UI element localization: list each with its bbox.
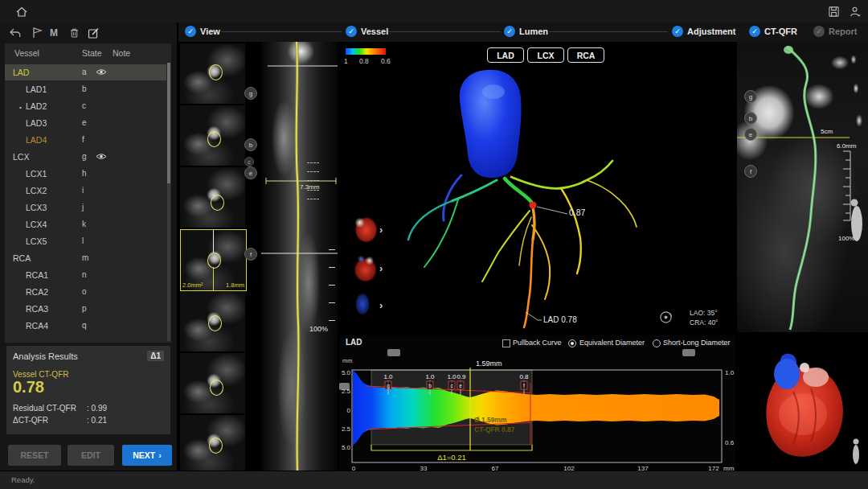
eye-icon[interactable] [96,68,107,76]
view-panel: 2.0mm² 1.8mm g b c e f 7.3mm [178,42,338,471]
vessel-row-lcx5[interactable]: LCX5 l [5,233,166,249]
chevron-right-icon[interactable]: › [379,224,383,236]
branch-marker-b[interactable]: b [244,138,257,151]
user-icon[interactable] [848,4,862,18]
check-icon: ✓ [672,26,683,37]
col-header-state: State [82,48,102,58]
save-icon[interactable] [826,4,841,18]
scale-dash [307,162,319,163]
workflow-tab-bar: ✓ View ✓ Vessel ✓ Lumen ✓ Adjustment ✓ C… [178,23,868,42]
svg-text:1.0: 1.0 [383,373,393,380]
heart-preset-3[interactable] [352,291,373,317]
vessel-row-lcx1[interactable]: LCX1 h [5,166,166,182]
measure-m-icon[interactable]: M [50,27,58,39]
eye-icon[interactable] [96,153,107,160]
lumen-contour [209,438,223,454]
vessel-row-lad2[interactable]: • LAD2 c [5,98,166,114]
tab-vessel[interactable]: ✓ Vessel [346,26,388,37]
tab-connector [549,31,668,32]
vessel-row-rca3[interactable]: RCA3 p [5,301,166,317]
equivalent-diameter-radio[interactable] [568,339,576,347]
branch-marker-f[interactable]: f [244,248,257,261]
tab-ct-qfr[interactable]: ✓ CT-QFR [749,26,797,37]
tab-ct-qfr-label: CT-QFR [764,27,797,36]
rotate-orbit-icon[interactable] [659,310,673,324]
tab-adjustment[interactable]: ✓ Adjustment [672,26,736,37]
vessel-row-lcx3[interactable]: LCX3 j [5,199,166,216]
vessel-3d-viewer[interactable]: 1 0.8 0.6 LAD LCX RCA [339,42,735,334]
edit-button[interactable]: EDIT [68,445,114,466]
reset-button[interactable]: RESET [8,445,61,466]
tab-lumen[interactable]: ✓ Lumen [504,26,548,37]
heart-3d-view[interactable] [737,335,868,471]
stenosis-point[interactable] [530,202,537,209]
vessel-row-rca1[interactable]: RCA1 n [5,267,166,283]
ct-slice-thumbnail-selected[interactable]: 2.0mm² 1.8mm [180,229,247,291]
vessel-row-lad[interactable]: LAD a [5,64,166,80]
svg-text:1.0: 1.0 [725,369,735,376]
lumen-contour [210,380,223,396]
undo-icon[interactable] [8,27,23,39]
cpr-view[interactable]: g b e f 5cm 6.0mm 100% [737,42,868,332]
heart-preset-2[interactable] [352,253,378,281]
pullback-curve-label[interactable]: Pullback Curve [513,339,562,347]
chevron-right-icon[interactable]: › [379,262,383,274]
vessel-row-rca4[interactable]: RCA4 q [5,318,166,334]
branch-marker-g[interactable]: g [244,87,257,100]
tab-view[interactable]: ✓ View [185,26,220,37]
heart-preset-1[interactable] [352,214,378,243]
cra-angle-label: CRA: 40° [690,318,719,327]
zoom-level-label: 100% [309,325,328,333]
top-bar [0,0,868,23]
crosshair-v-bottom [213,267,214,290]
svg-text:g: g [387,383,390,389]
marker-flag-icon[interactable] [31,27,43,39]
branch-marker-e[interactable]: e [244,166,257,179]
ct-slice-thumbnail[interactable] [180,167,245,228]
distal-qfr-annotation: LAD 0.78 [543,315,577,324]
scale-dash [307,180,319,181]
cpr-marker-f[interactable]: f [745,166,757,178]
ct-slice-thumbnail[interactable] [180,291,245,351]
scale-dash [307,199,319,199]
scrollbar-track[interactable] [167,63,170,341]
scrollbar-thumb[interactable] [167,63,170,183]
edit-icon[interactable] [87,27,100,39]
home-icon[interactable] [14,4,29,18]
tab-vessel-label: Vessel [361,27,388,36]
analysis-title: Analysis Results [13,351,78,361]
vessel-row-rca2[interactable]: RCA2 o [5,284,166,300]
scale-dash [307,171,319,172]
check-icon: ✓ [185,26,196,37]
ct-slice-thumbnail[interactable] [180,353,245,413]
lumen-contour [211,195,224,211]
next-button[interactable]: NEXT› [122,445,172,466]
vessel-row-lad3[interactable]: LAD3 e [5,115,166,131]
vessel-row-rca[interactable]: RCA m [5,250,166,266]
vessel-row-lcx2[interactable]: LCX2 i [5,183,166,199]
short-long-diameter-label[interactable]: Short-Long Diameter [663,339,731,347]
svg-text:33: 33 [420,465,428,471]
pullback-curve-checkbox[interactable] [502,339,510,347]
chevron-right-icon: › [158,450,162,460]
vessel-row-lcx[interactable]: LCX g [5,149,166,165]
vessel-row-lcx4[interactable]: LCX4 k [5,216,166,232]
mld-label: 1.59mm [476,360,502,368]
cpr-marker-e[interactable]: e [745,129,757,141]
vessel-row-lad1[interactable]: LAD1 b [5,81,166,97]
cpr-marker-b[interactable]: b [745,113,757,125]
vessel-row-lad4[interactable]: LAD4 f [5,132,166,148]
ct-slice-thumbnail[interactable] [180,415,245,471]
delta-ctqfr-value: : 0.21 [87,416,107,425]
short-long-diameter-radio[interactable] [653,339,661,347]
delete-icon[interactable] [68,27,80,39]
ct-slice-thumbnail[interactable] [180,105,245,166]
ct-slice-thumbnail[interactable] [180,43,245,104]
branch-marker-c[interactable]: c [244,157,254,166]
svg-text:1.0: 1.0 [425,373,435,380]
chevron-right-icon[interactable]: › [379,299,383,311]
straightened-mpr-view[interactable]: 7.3mm 100% [261,42,338,471]
tab-report[interactable]: ✓ Report [813,26,857,37]
equivalent-diameter-label[interactable]: Equivalent Diameter [579,339,645,347]
cpr-marker-g[interactable]: g [745,91,757,103]
